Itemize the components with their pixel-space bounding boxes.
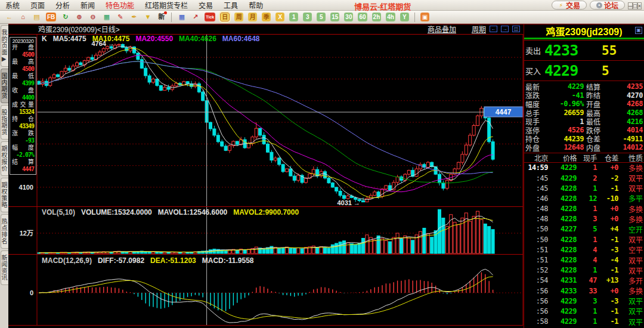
- tick-cell: :56: [525, 307, 548, 315]
- quote-grid: 最新4229结算4235涨跌-41昨结4270幅度-0.96%开盘4268总手2…: [524, 81, 644, 153]
- menubar-item[interactable]: 工具: [218, 2, 243, 10]
- close-button[interactable]: ×: [637, 2, 642, 10]
- kline-chart[interactable]: 410012万044474764 →4031 →KMA5:4475MA10:44…: [8, 34, 524, 328]
- period-day-button[interactable]: 日: [220, 13, 230, 21]
- maximize-button[interactable]: □: [633, 2, 637, 10]
- draw-panel-icon[interactable]: ▣: [420, 13, 429, 21]
- split-view-button[interactable]: ◫: [512, 26, 520, 32]
- zoom-in-icon[interactable]: ⊕: [75, 13, 83, 21]
- tick-cell: 4228: [548, 205, 577, 213]
- trade-button[interactable]: ⚡ 交易: [552, 1, 587, 10]
- tick-cell: -10: [597, 194, 618, 203]
- ask-qty: 55: [602, 44, 617, 58]
- menubar-item[interactable]: 新闻: [75, 2, 100, 10]
- period-season-button[interactable]: 季: [262, 13, 271, 21]
- menubar-item[interactable]: 系统: [0, 2, 25, 10]
- tick-row: :5642291-1双平: [525, 306, 643, 316]
- tick-cell: 多换: [618, 286, 643, 296]
- menubar-item[interactable]: 分析: [50, 2, 75, 10]
- period-2h-button[interactable]: 2h: [372, 13, 382, 21]
- quote-grid-row: 持仓44239仓差-4911: [525, 135, 643, 144]
- tick-row: :5842291-1双平: [525, 317, 643, 327]
- svg-text:4100: 4100: [19, 184, 33, 191]
- home-icon[interactable]: ⌂: [18, 13, 27, 21]
- sidebar-tab[interactable]: 期权报价: [1, 141, 8, 176]
- tick-chart-button[interactable]: Tick: [205, 13, 215, 21]
- quote-grid-row: 外盘12648内盘14012: [525, 143, 643, 152]
- quote-cell: 12648: [547, 143, 584, 151]
- period-15m-button[interactable]: 15: [330, 13, 339, 21]
- menubar-item[interactable]: 帮助: [243, 2, 268, 10]
- tick-row: :4842283+0多换: [525, 214, 643, 224]
- pages-icon[interactable]: ▤: [32, 13, 41, 21]
- period-year-button[interactable]: Y: [400, 13, 409, 21]
- paint-icon[interactable]: ✒: [129, 13, 138, 21]
- period-x-button[interactable]: X: [275, 13, 284, 21]
- tick-cell: 双平: [618, 317, 643, 327]
- chat-bubble-icon: •: [596, 2, 602, 8]
- bid-row[interactable]: 买入 4229 5: [524, 61, 644, 81]
- draw-line-icon[interactable]: ✎: [116, 13, 125, 21]
- toolbar: ←⌂▤FB↻⊕⊖▦✎✒▼新▦↗Tick日周月季X1351530602h4hY▣: [0, 11, 644, 24]
- sidebar-tab[interactable]: 热点排名: [1, 214, 8, 249]
- sidebar-tab[interactable]: 国内期货: [1, 69, 8, 103]
- tick-cell: 4229: [548, 317, 577, 326]
- tick-cell: 4229: [548, 163, 577, 172]
- info-field-value: 15324: [11, 109, 35, 116]
- prev-contract-button[interactable]: ←: [490, 26, 497, 32]
- menubar-item[interactable]: 特色功能: [100, 2, 140, 10]
- info-field-value: 4399: [11, 80, 35, 87]
- tick-row: :5042281-1双平: [525, 234, 643, 245]
- sidebar-tab[interactable]: 我的页面▶: [1, 25, 8, 67]
- info-field-label: 幅 度: [11, 144, 35, 151]
- trend-icon[interactable]: ↗: [191, 13, 200, 21]
- menubar-item[interactable]: 页面: [25, 2, 50, 10]
- tick-cell: 多换: [618, 214, 643, 224]
- period-1m-button[interactable]: 1: [289, 13, 298, 21]
- panel-settings-icon[interactable]: ▣: [635, 27, 642, 34]
- svg-text:VOL(5,10)VOLUME:15324.0000MAVO: VOL(5,10)VOLUME:15324.0000MAVOL1:12546.6…: [42, 208, 299, 216]
- period-link[interactable]: 周期: [472, 26, 486, 34]
- ask-row[interactable]: 卖出 4233 55: [524, 41, 644, 60]
- zoom-out-icon[interactable]: ⊖: [88, 13, 97, 21]
- period-4h-button[interactable]: 4h: [386, 13, 395, 21]
- quote-cell: 4235: [608, 82, 643, 91]
- media-icon[interactable]: FB: [46, 13, 56, 21]
- overlay-icon[interactable]: ▦: [102, 13, 111, 21]
- refresh-icon[interactable]: ↻: [61, 13, 70, 21]
- quote-cell: 4014: [608, 126, 643, 134]
- sidebar-tab[interactable]: 新闻资讯: [1, 250, 8, 285]
- period-60m-button[interactable]: 60: [358, 13, 367, 21]
- tick-cell: 4231: [548, 276, 577, 284]
- overlay-link[interactable]: 商品叠加: [428, 26, 456, 34]
- next-contract-button[interactable]: →: [501, 26, 509, 32]
- tick-cell: 双平: [618, 173, 643, 183]
- info-field-value: -93: [11, 137, 35, 144]
- tick-cell: 4228: [548, 256, 577, 264]
- new-icon[interactable]: 新: [157, 13, 166, 21]
- filter-icon[interactable]: ▼: [143, 13, 152, 21]
- tick-column-header: 现手: [577, 153, 597, 163]
- sidebar-tab[interactable]: 股指期货: [1, 105, 8, 140]
- menubar-item[interactable]: 交易: [193, 2, 218, 10]
- tick-cell: 4229: [548, 297, 577, 305]
- tick-cell: 4228: [548, 194, 577, 203]
- menubar: 系统页面分析新闻特色功能红塔期货专栏交易工具帮助 博易云-红塔期货 ⚡ 交易 •…: [0, 0, 644, 11]
- sidebar-tab[interactable]: 期权策略: [1, 178, 8, 212]
- period-week-button[interactable]: 周: [234, 13, 243, 21]
- tick-cell: 4229: [548, 174, 577, 182]
- menubar-item[interactable]: 红塔期货专栏: [140, 2, 193, 10]
- info-field-value: -2.07%: [11, 151, 35, 159]
- back-icon[interactable]: ←: [5, 13, 14, 21]
- period-30m-button[interactable]: 30: [344, 13, 353, 21]
- forum-button[interactable]: • 论坛: [590, 1, 625, 10]
- period-3m-button[interactable]: 3: [303, 13, 312, 21]
- tick-table[interactable]: 14:5942291+0多换:4542292-2双平:4542281-1双平:4…: [524, 163, 644, 328]
- info-field-label: 结 算: [11, 159, 35, 166]
- report-icon[interactable]: ▦: [177, 13, 186, 21]
- bid-qty: 5: [602, 64, 609, 78]
- tick-cell: -2: [597, 174, 618, 182]
- tick-cell: 12: [577, 194, 597, 203]
- period-5m-button[interactable]: 5: [317, 13, 326, 21]
- period-month-button[interactable]: 月: [248, 13, 257, 21]
